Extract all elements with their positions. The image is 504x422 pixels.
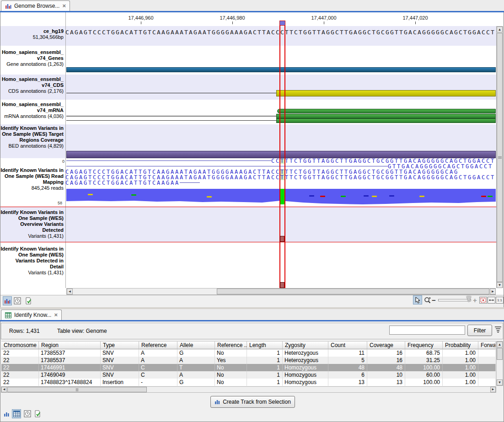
column-header-region[interactable]: Region: [39, 341, 101, 349]
table-cell: Homozygous: [283, 371, 328, 379]
table-cell: T: [177, 364, 215, 371]
zoom-out-icon[interactable]: −: [432, 296, 436, 304]
table-cell: C: [139, 364, 177, 371]
track-label[interactable]: Identify Known Variants in One Sample (W…: [0, 167, 66, 191]
column-header-allele[interactable]: Allele: [177, 341, 215, 349]
scroll-right-arrow[interactable]: ►: [490, 387, 496, 392]
table-row[interactable]: 2217385537SNVAGNo1Heterozygous111668.751…: [1, 349, 496, 357]
column-header-chromosome[interactable]: Chromosome: [1, 341, 39, 349]
tab-genome-browser[interactable]: Genome Browse... ×: [1, 0, 70, 11]
scroll-down-arrow[interactable]: ▼: [497, 282, 503, 288]
tab-variant-table[interactable]: Identify Know... ×: [1, 310, 62, 320]
table-cell: Homozygous: [283, 364, 328, 371]
filter-button[interactable]: Filter: [467, 325, 492, 336]
track-view-button[interactable]: [3, 296, 12, 305]
table-row[interactable]: 2217488823^17488824Insertion-GNo1Homozyg…: [1, 379, 496, 386]
track-label[interactable]: Homo_sapiens_ensembl_v74_CDSCDS annotati…: [0, 76, 66, 94]
zoom-in-icon[interactable]: +: [473, 296, 477, 304]
hscroll-thumb[interactable]: [7, 387, 147, 392]
selection-handle[interactable]: [279, 21, 285, 26]
table-cell: 60.00: [405, 371, 443, 379]
create-track-button[interactable]: Create Track from Selection: [210, 396, 295, 408]
column-header-forward[interactable]: Forward: [478, 341, 496, 349]
column-header-coverage[interactable]: Coverage: [367, 341, 405, 349]
filter-input[interactable]: [389, 326, 465, 335]
table-cell: 16: [367, 357, 405, 364]
table-cell: 1.00: [443, 357, 478, 364]
filter-options-icon[interactable]: [494, 326, 502, 333]
mrna-annotation-bar[interactable]: [277, 109, 496, 113]
table-cell: 100.00: [405, 364, 443, 371]
scroll-right-arrow[interactable]: ►: [490, 288, 496, 294]
column-header-count[interactable]: Count: [328, 341, 367, 349]
ruler-tick-mark: [232, 21, 233, 24]
vscroll-thumb[interactable]: [497, 348, 503, 360]
table-cell: C: [139, 371, 177, 379]
table-cell: SNV: [101, 371, 139, 379]
table-cell: 48: [367, 364, 405, 371]
mrna-annotation-bar[interactable]: [276, 118, 496, 123]
scroll-up-arrow[interactable]: ▲: [497, 27, 503, 32]
column-header-type[interactable]: Type: [101, 341, 139, 349]
mismatch-dash: [309, 195, 314, 197]
table-cell: -: [139, 379, 177, 386]
variant-marker-overview[interactable]: [280, 236, 284, 242]
one-to-one-zoom-button[interactable]: 1:1: [496, 297, 504, 304]
scroll-up-arrow[interactable]: ▲: [497, 342, 503, 347]
mrna-annotation-bar[interactable]: [276, 114, 496, 118]
table-cell: [478, 349, 496, 357]
track-label[interactable]: Identify Known Variants in One Sample (W…: [0, 246, 66, 276]
table-hscrollbar[interactable]: ◄ ►: [1, 386, 496, 393]
hscroll-thumb[interactable]: [217, 288, 489, 294]
history-icon[interactable]: [23, 409, 32, 418]
zoom-tool[interactable]: [423, 295, 432, 304]
close-icon[interactable]: ×: [62, 4, 66, 8]
track-label[interactable]: Identify Known Variants in One Sample (W…: [0, 209, 66, 239]
scroll-left-arrow[interactable]: ◄: [67, 288, 73, 294]
column-header-length[interactable]: Length: [247, 341, 283, 349]
column-header-zygosity[interactable]: Zygosity: [283, 341, 328, 349]
fit-width-button[interactable]: [488, 297, 495, 304]
track-layout-icon[interactable]: [4, 411, 10, 417]
vscroll-thumb[interactable]: [497, 33, 503, 282]
track-label[interactable]: Homo_sapiens_ensembl_v74_mRNAmRNA annota…: [0, 101, 66, 119]
scroll-down-arrow[interactable]: ▼: [497, 379, 503, 385]
mrna-connector-line: [66, 116, 277, 117]
pan-cursor-tool[interactable]: [413, 295, 422, 304]
read-sequence: CAGAGTCCCTGGACATTGTCAAGAA: [65, 180, 180, 186]
bed-target-region-bar[interactable]: [66, 151, 496, 158]
track-label[interactable]: Homo_sapiens_ensembl_v74_GenesGene annot…: [0, 49, 66, 67]
ruler-tick-mark: [324, 21, 324, 24]
browser-hscrollbar[interactable]: ◄ ►: [66, 288, 496, 295]
mismatch-dash: [488, 196, 493, 197]
cds-annotation-bar[interactable]: [276, 90, 496, 96]
table-view-button[interactable]: [12, 409, 21, 418]
column-header-probability[interactable]: Probability: [443, 341, 478, 349]
table-row[interactable]: 2217469049SNVCANo1Homozygous61060.001.00: [1, 371, 496, 379]
track-label[interactable]: ce_hg1951,304,566bp: [0, 28, 66, 40]
variant-marker-detail[interactable]: [280, 282, 284, 288]
column-header-frequency[interactable]: Frequency: [405, 341, 443, 349]
browser-vscrollbar[interactable]: ▲ ▼: [496, 26, 503, 288]
coverage-scale-top: 0: [55, 159, 64, 164]
zoom-to-selection-button[interactable]: [479, 297, 487, 304]
table-cell: 17446991: [39, 364, 101, 371]
table-cell: 5: [328, 357, 367, 364]
element-info-icon[interactable]: [24, 296, 33, 305]
zoom-slider-thumb[interactable]: [466, 296, 471, 302]
element-info-icon[interactable]: [33, 409, 42, 418]
column-header-reference[interactable]: Reference: [139, 341, 177, 349]
scroll-left-arrow[interactable]: ◄: [1, 387, 7, 392]
track-label[interactable]: Identify Known Variants in One Sample (W…: [0, 125, 66, 149]
column-header-reference-[interactable]: Reference ...: [215, 341, 247, 349]
table-row[interactable]: 2217385537SNVAAYes1Heterozygous51631.251…: [1, 357, 496, 364]
table-cell: 68.75: [405, 349, 443, 357]
table-accent-line: [0, 320, 504, 321]
table-row[interactable]: 2217446991SNVCTNo1Homozygous4848100.001.…: [1, 364, 496, 371]
table-cell: 48: [328, 364, 367, 371]
close-icon[interactable]: ×: [54, 313, 58, 317]
table-vscrollbar[interactable]: ▲ ▼: [496, 341, 503, 386]
mismatch-dash: [419, 196, 424, 197]
history-icon[interactable]: [13, 296, 22, 305]
gene-annotation-bar[interactable]: [66, 67, 496, 72]
